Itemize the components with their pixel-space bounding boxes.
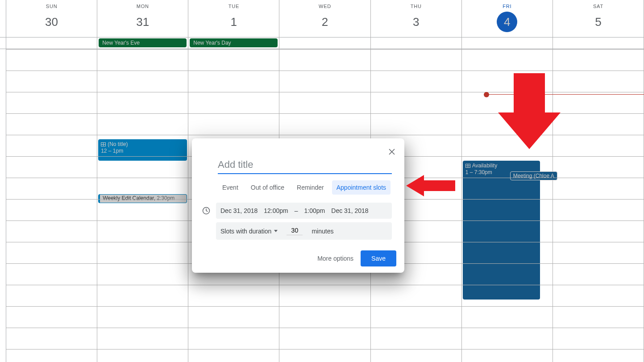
time-col-mon[interactable]: (No title) 12 – 1pm Weekly Edit Calendar… [97,49,188,362]
day-number[interactable]: 31 [133,12,153,32]
day-label: Tue [188,4,279,9]
hour-line [97,199,188,200]
more-options-button[interactable]: More options [317,255,353,262]
allday-cell-sun[interactable] [6,37,97,49]
time-col-sun[interactable] [6,49,97,362]
hour-line [188,49,279,50]
day-number[interactable]: 2 [315,12,335,32]
quick-create-dialog: Event Out of office Reminder Appointment… [192,138,404,273]
hour-line [188,349,279,350]
day-number[interactable]: 5 [588,12,608,32]
tab-event[interactable]: Event [218,180,243,195]
hour-line [6,242,97,242]
hour-line [553,178,644,178]
day-label: Sat [553,4,644,9]
event-title: Weekly Edit Calendar, [103,195,155,201]
day-number[interactable]: 1 [224,12,244,32]
event-title-input[interactable] [218,158,392,174]
days-header: Sun 30 Mon 31 Tue 1 Wed 2 Thu 3 Fri 4 Sa… [0,0,644,37]
allday-cell-mon[interactable]: New Year's Eve [97,37,188,49]
allday-cell-sat[interactable] [553,37,644,49]
hour-line [462,156,553,157]
day-header-mon[interactable]: Mon 31 [97,0,188,37]
clock-icon [202,206,211,215]
hour-line [6,306,97,307]
duration-input[interactable] [287,227,303,235]
day-header-wed[interactable]: Wed 2 [279,0,370,37]
hour-line [371,113,461,114]
day-number[interactable]: 3 [406,12,426,32]
allday-cell-thu[interactable] [371,37,462,49]
start-time[interactable]: 12:00pm [264,207,288,214]
hour-line [279,285,370,285]
hour-line [462,242,553,242]
holiday-event-nyd[interactable]: New Year's Day [190,38,278,47]
hour-line [97,306,188,307]
hour-line [371,349,461,350]
hour-line [188,135,279,135]
allday-cell-fri[interactable] [462,37,553,49]
dialog-actions: More options Save [192,250,396,266]
hour-line [553,263,644,264]
tab-reminder[interactable]: Reminder [292,180,328,195]
save-button[interactable]: Save [361,250,396,266]
hour-line [553,113,644,114]
hour-line [553,49,644,50]
end-date[interactable]: Dec 31, 2018 [331,207,368,214]
event-availability[interactable]: Availability 1 – 7:30pm [463,161,540,300]
hour-line [371,49,461,50]
close-button[interactable] [385,145,399,159]
allday-cell-tue[interactable]: New Year's Day [188,37,279,49]
hour-line [462,285,553,285]
close-icon [388,148,395,155]
hour-line [97,71,188,71]
day-header-sun[interactable]: Sun 30 [6,0,97,37]
hour-line [188,306,279,307]
event-time: 12 – 1pm [101,148,184,154]
event-weekly-edit[interactable]: Weekly Edit Calendar, 2:30pm [98,194,187,203]
hour-line [279,113,370,114]
hour-line [6,92,97,92]
day-header-sat[interactable]: Sat 5 [553,0,644,37]
tab-appointment-slots[interactable]: Appointment slots [332,180,391,195]
time-col-sat[interactable] [553,49,644,362]
hour-line [371,135,461,135]
hour-line [97,113,188,114]
allday-cell-wed[interactable] [279,37,370,49]
day-label: Thu [371,4,461,9]
tab-out-of-office[interactable]: Out of office [246,180,289,195]
end-time[interactable]: 1:00pm [304,207,325,214]
hour-line [97,349,188,350]
hour-line [553,285,644,285]
event-meeting-chip[interactable]: Meeting (Chloe A [510,171,557,180]
hour-line [97,328,188,328]
hour-line [6,328,97,328]
hour-line [371,306,461,307]
day-header-tue[interactable]: Tue 1 [188,0,279,37]
hour-line [462,221,553,221]
grid-icon [465,164,470,168]
hour-line [6,49,97,50]
slots-duration-dropdown[interactable]: Slots with duration [220,228,278,235]
event-no-title[interactable]: (No title) 12 – 1pm [98,139,187,161]
hour-line [97,242,188,242]
hour-line [553,328,644,328]
hour-line [462,349,553,350]
day-number[interactable]: 30 [42,12,62,32]
hour-line [279,71,370,71]
day-header-fri[interactable]: Fri 4 [462,0,553,37]
hour-line [97,156,188,157]
slots-bar: Slots with duration minutes [216,222,392,240]
day-header-thu[interactable]: Thu 3 [371,0,462,37]
day-number[interactable]: 4 [497,12,517,32]
allday-gutter [0,37,6,49]
hour-line [6,199,97,200]
holiday-event-nye[interactable]: New Year's Eve [99,38,187,47]
hour-line [188,328,279,328]
allday-row: New Year's Eve New Year's Day [0,37,644,49]
hour-line [6,221,97,221]
start-date[interactable]: Dec 31, 2018 [220,207,258,214]
hour-line [188,71,279,71]
hour-line [553,221,644,221]
hour-line [371,71,461,71]
